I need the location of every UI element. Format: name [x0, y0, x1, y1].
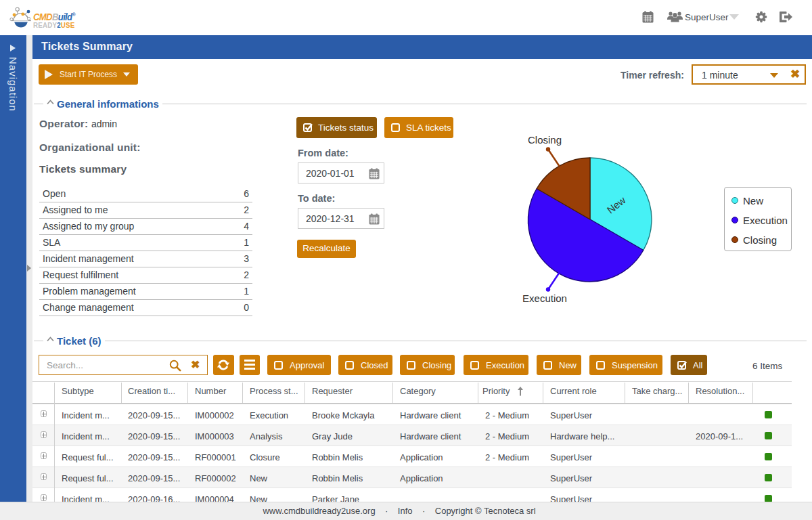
svg-text:Execution: Execution — [522, 292, 567, 304]
svg-text:Closing: Closing — [528, 134, 562, 146]
